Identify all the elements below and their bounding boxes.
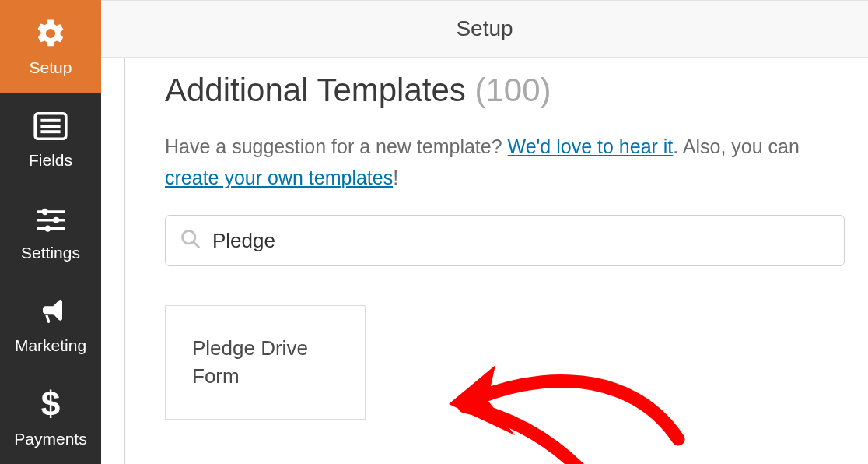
sliders-icon <box>32 200 69 237</box>
list-icon <box>32 107 69 145</box>
sidebar-item-setup[interactable]: Setup <box>0 0 101 93</box>
search-field[interactable] <box>165 215 845 266</box>
sidebar-item-marketing[interactable]: Marketing <box>0 277 101 370</box>
bullhorn-icon <box>32 293 69 330</box>
svg-text:$: $ <box>41 388 60 422</box>
dollar-icon: $ <box>32 386 69 424</box>
sidebar-item-label: Settings <box>21 244 80 262</box>
svg-point-5 <box>42 209 48 215</box>
gear-icon <box>32 15 69 52</box>
page-title: Setup <box>456 16 513 41</box>
svg-line-12 <box>194 242 198 247</box>
content-area: Additional Templates (100) Have a sugges… <box>101 58 868 420</box>
sidebar-item-fields[interactable]: Fields <box>0 93 101 185</box>
main-panel: Setup Additional Templates (100) Have a … <box>101 0 868 464</box>
sidebar-item-settings[interactable]: Settings <box>0 185 101 278</box>
sidebar-item-label: Setup <box>30 58 72 77</box>
sidebar-item-payments[interactable]: $ Payments <box>0 370 101 464</box>
header-bar: Setup <box>101 0 868 58</box>
subtext-mid: . Also, you can <box>673 135 800 157</box>
sidebar: Setup Fields Settings Marketing $ Paymen… <box>0 0 101 464</box>
create-templates-link[interactable]: create your own templates <box>165 167 393 188</box>
heading-text: Additional Templates <box>165 72 466 108</box>
sidebar-item-label: Payments <box>14 430 86 448</box>
suggestion-link[interactable]: We'd love to hear it <box>508 135 674 157</box>
template-card-pledge-drive[interactable]: Pledge Drive Form <box>165 305 366 420</box>
sidebar-item-label: Marketing <box>15 336 86 355</box>
arrow-annotation <box>429 322 709 464</box>
svg-point-7 <box>53 217 59 223</box>
heading-count: (100) <box>474 72 551 108</box>
search-icon <box>180 228 201 253</box>
template-title: Pledge Drive Form <box>192 336 308 388</box>
sidebar-item-label: Fields <box>29 151 72 170</box>
svg-point-9 <box>44 225 51 231</box>
subtext: Have a suggestion for a new template? We… <box>165 131 845 193</box>
subtext-suffix: ! <box>393 167 398 188</box>
section-heading: Additional Templates (100) <box>165 72 845 109</box>
subtext-prefix: Have a suggestion for a new template? <box>165 135 508 157</box>
search-input[interactable] <box>212 229 830 253</box>
